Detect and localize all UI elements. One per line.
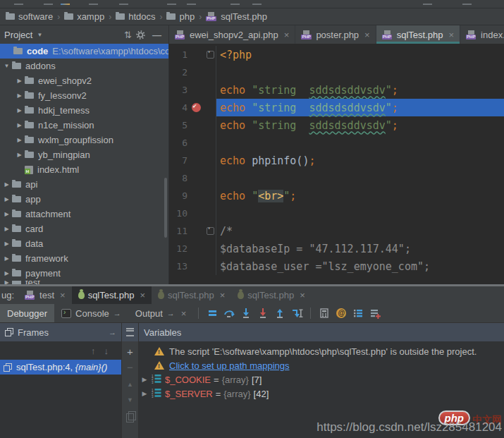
- tree-item-fy_lessonv2[interactable]: ▶fy_lessonv2: [0, 88, 168, 103]
- variable-row-cookie[interactable]: ▶ 123 $_COOKIE = {array} [7]: [139, 372, 504, 387]
- chevron-down-icon[interactable]: ▼: [1, 63, 12, 69]
- chevron-right-icon[interactable]: ▶: [139, 376, 150, 383]
- show-execution-point-icon[interactable]: [204, 304, 221, 322]
- tree-item-attachment[interactable]: ▶attachment: [0, 207, 168, 221]
- code-line-1[interactable]: 1<?php: [169, 46, 504, 63]
- chevron-right-icon[interactable]: ▶: [1, 181, 12, 188]
- tab-debugger[interactable]: Debugger: [0, 304, 54, 322]
- tree-item-app[interactable]: ▶app: [0, 192, 168, 207]
- tree-item-n1ce_mission[interactable]: ▶n1ce_mission: [0, 118, 168, 133]
- tab-index[interactable]: index.ph: [460, 25, 504, 44]
- hide-panel-icon[interactable]: —: [152, 30, 161, 40]
- close-icon[interactable]: ×: [220, 290, 226, 300]
- tree-item-hdkj_temess[interactable]: ▶hdkj_temess: [0, 103, 168, 118]
- tab-ewei-shopv2-api[interactable]: ewei_shopv2_api.php×: [169, 25, 295, 44]
- numbered-list-icon[interactable]: [350, 304, 367, 322]
- code-line-9[interactable]: 9echo "<br>";: [169, 187, 504, 205]
- chevron-right-icon[interactable]: ▶: [14, 152, 25, 158]
- fold-marker-icon[interactable]: [207, 51, 214, 59]
- move-up-icon[interactable]: ▲: [127, 381, 133, 388]
- tree-item-test[interactable]: ▶test: [0, 281, 168, 284]
- breadcrumb-item[interactable]: software: [6, 11, 53, 22]
- add-watch-icon[interactable]: [367, 304, 383, 322]
- code-line-6[interactable]: 6: [169, 134, 504, 152]
- prev-frame-icon[interactable]: ↑: [91, 346, 96, 356]
- close-icon[interactable]: ×: [300, 290, 305, 300]
- tree-item-payment[interactable]: ▶payment: [0, 266, 168, 281]
- chevron-right-icon[interactable]: ▶: [1, 270, 12, 276]
- gear-icon[interactable]: [136, 30, 145, 39]
- move-view-icon[interactable]: →: [109, 328, 116, 336]
- editor-code[interactable]: 1<?php2 3echo "string sddsdsddvsdv";4ech…: [169, 44, 504, 284]
- code-line-2[interactable]: 2: [169, 63, 504, 81]
- chevron-right-icon[interactable]: ▶: [14, 78, 25, 84]
- chevron-right-icon[interactable]: ▶: [139, 390, 150, 397]
- tree-item-wxlm_groupfission[interactable]: ▶wxlm_groupfission: [0, 133, 168, 147]
- debug-tab-test[interactable]: test×: [18, 286, 72, 304]
- code-line-3[interactable]: 3echo "string sddsdsddvsdv";: [169, 81, 504, 99]
- run-to-cursor-icon[interactable]: [288, 304, 305, 322]
- close-icon[interactable]: ×: [364, 30, 370, 40]
- chevron-right-icon[interactable]: ▶: [1, 226, 12, 232]
- add-icon[interactable]: +: [127, 347, 133, 357]
- tree-item-api[interactable]: ▶api: [0, 177, 168, 192]
- debug-tab-sqltest-1[interactable]: sqlTest.php×: [72, 286, 152, 304]
- chevron-down-icon[interactable]: ▼: [37, 32, 42, 38]
- chevron-right-icon[interactable]: ▶: [1, 196, 12, 202]
- chevron-right-icon[interactable]: ▶: [14, 107, 25, 114]
- copy-icon[interactable]: [126, 413, 134, 422]
- debug-tab-sqltest-2[interactable]: sqlTest.php×: [152, 286, 231, 304]
- chevron-right-icon[interactable]: ▶: [1, 241, 12, 247]
- tree-item-index.html[interactable]: index.html: [0, 162, 168, 177]
- fold-marker-icon[interactable]: [207, 227, 214, 235]
- chevron-right-icon[interactable]: ▶: [14, 137, 25, 143]
- scrollbar-thumb[interactable]: [164, 178, 167, 238]
- tree-item-data[interactable]: ▶data: [0, 236, 168, 251]
- evaluate-expression-icon[interactable]: [316, 304, 333, 322]
- code-line-13[interactable]: 13$database_user ="lsz_emyone_com";: [169, 257, 504, 275]
- tree-item-ewei_shopv2[interactable]: ▶ewei_shopv2: [0, 73, 168, 88]
- code-line-8[interactable]: 8: [169, 169, 504, 187]
- path-mappings-link[interactable]: Click to set up path mappings: [169, 360, 290, 371]
- tree-item-framework[interactable]: ▶framework: [0, 251, 168, 266]
- collapse-all-icon[interactable]: ⇅: [124, 30, 132, 40]
- tree-item-code[interactable]: codeE:\software\xampp\htdocs\code: [0, 44, 168, 59]
- breakpoint-icon[interactable]: [192, 103, 201, 112]
- close-icon[interactable]: ×: [448, 30, 454, 40]
- project-panel-title[interactable]: Project: [4, 30, 32, 40]
- breadcrumb-item[interactable]: xampp: [64, 11, 104, 22]
- warning-link-row[interactable]: Click to set up path mappings: [139, 358, 504, 372]
- force-step-into-icon[interactable]: [254, 304, 271, 322]
- close-icon[interactable]: ×: [181, 308, 187, 319]
- step-into-icon[interactable]: [238, 304, 254, 322]
- breadcrumb-item[interactable]: htdocs: [116, 11, 155, 22]
- frames-list[interactable]: ↑ ↓ sqlTest.php:4, {main}(): [0, 341, 121, 438]
- tab-sqltest[interactable]: sqlTest.php×: [376, 25, 460, 44]
- step-out-icon[interactable]: [271, 304, 288, 322]
- tree-item-card[interactable]: ▶card: [0, 221, 168, 236]
- tree-item-addons[interactable]: ▼addons: [0, 59, 168, 73]
- move-down-icon[interactable]: ▼: [127, 396, 133, 403]
- at-icon[interactable]: @: [333, 304, 350, 322]
- breadcrumb-item-file[interactable]: sqlTest.php: [206, 11, 267, 22]
- close-icon[interactable]: ×: [60, 290, 66, 300]
- tree-item-yb_mingpian[interactable]: ▶yb_mingpian: [0, 147, 168, 162]
- chevron-right-icon[interactable]: ▶: [1, 281, 12, 284]
- code-line-4[interactable]: 4echo "string sddsdsddvsdv";: [169, 99, 504, 116]
- step-over-icon[interactable]: [221, 304, 238, 322]
- chevron-right-icon[interactable]: ▶: [1, 255, 12, 262]
- chevron-right-icon[interactable]: ▶: [14, 92, 25, 99]
- code-line-12[interactable]: 12$databaseIp = "47.112.117.44";: [169, 240, 504, 257]
- close-icon[interactable]: ×: [140, 290, 145, 300]
- code-line-11[interactable]: 11/*: [169, 222, 504, 240]
- frame-row-current[interactable]: sqlTest.php:4, {main}(): [0, 360, 121, 375]
- next-frame-icon[interactable]: ↓: [104, 346, 109, 356]
- breadcrumb-item[interactable]: php: [166, 11, 195, 22]
- variable-row-server[interactable]: ▶ 123 $_SERVER = {array} [42]: [139, 387, 504, 401]
- chevron-right-icon[interactable]: ▶: [1, 211, 12, 217]
- code-line-5[interactable]: 5echo "string sddsdsddvsdv";: [169, 116, 504, 134]
- code-line-7[interactable]: 7echo phpinfo();: [169, 152, 504, 169]
- tab-poster[interactable]: poster.php×: [295, 25, 376, 44]
- close-icon[interactable]: ×: [284, 30, 290, 40]
- project-tree[interactable]: codeE:\software\xampp\htdocs\code▼addons…: [0, 44, 168, 284]
